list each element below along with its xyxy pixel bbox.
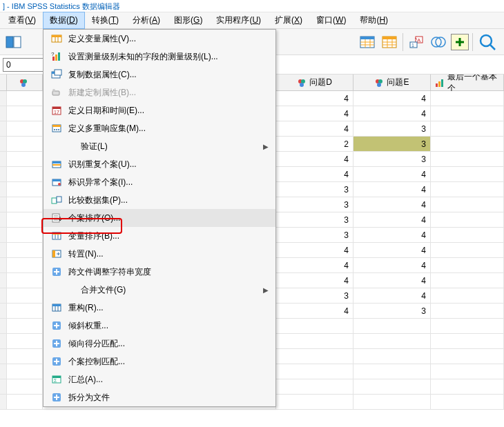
cell[interactable] [7, 243, 43, 257]
cell-f[interactable] [431, 212, 504, 227]
header-col-f[interactable]: 最后一个基本个 [431, 75, 504, 90]
cell-e[interactable]: 3 [353, 137, 431, 151]
row-number[interactable] [0, 334, 7, 348]
row-number[interactable] [0, 91, 7, 106]
row-number[interactable] [0, 258, 7, 272]
cell[interactable] [7, 197, 43, 212]
row-number[interactable] [0, 304, 7, 318]
cell-e[interactable]: 4 [353, 243, 431, 257]
cell-d[interactable]: 3 [276, 197, 353, 212]
cell[interactable] [7, 152, 43, 166]
cell[interactable] [7, 121, 43, 136]
row-number[interactable] [0, 212, 7, 227]
menu-帮助[interactable]: 帮助(H) [353, 12, 395, 29]
cell-f[interactable] [431, 395, 504, 409]
menu-查看[interactable]: 查看(V) [1, 12, 43, 29]
cell-d[interactable]: 4 [276, 243, 353, 257]
rake-weights[interactable]: 倾斜权重... [43, 317, 275, 335]
cell[interactable] [7, 106, 43, 121]
cell-f[interactable] [431, 121, 504, 136]
cell[interactable] [7, 379, 43, 394]
define-multiple-response[interactable]: 定义多重响应集(M)... [43, 119, 275, 137]
sort-variables[interactable]: 变量排序(B)... [43, 227, 275, 245]
row-number[interactable] [0, 349, 7, 364]
restructure[interactable]: 重构(R)... [43, 299, 275, 317]
row-number[interactable] [0, 379, 7, 394]
cell-f[interactable] [431, 91, 504, 106]
row-number[interactable] [0, 137, 7, 151]
cell-f[interactable] [431, 304, 504, 318]
header-col-blank[interactable] [7, 75, 43, 90]
cell[interactable] [7, 273, 43, 288]
cell[interactable] [7, 228, 43, 242]
cell[interactable] [7, 334, 43, 348]
menu-扩展[interactable]: 扩展(X) [268, 12, 309, 29]
validation-submenu[interactable]: 验证(L)▶ [43, 137, 275, 155]
cell-d[interactable]: 4 [276, 106, 353, 121]
cell-e[interactable] [353, 395, 431, 409]
toolbar-icon-1[interactable] [4, 32, 23, 52]
cell-e[interactable] [353, 379, 431, 394]
toolbar-grid-icon-1[interactable] [358, 32, 377, 52]
toolbar-plus-icon[interactable] [451, 34, 469, 50]
cell-e[interactable]: 4 [353, 182, 431, 197]
cell-d[interactable] [276, 349, 353, 364]
menu-数据[interactable]: 数据(D) [43, 12, 85, 29]
cell-f[interactable] [431, 334, 504, 348]
menu-转换[interactable]: 转换(T) [85, 12, 126, 29]
row-number[interactable] [0, 243, 7, 257]
cell[interactable] [7, 212, 43, 227]
sort-cases[interactable]: 个案排序(O)... [43, 209, 275, 227]
cell[interactable] [7, 91, 43, 106]
identify-duplicate-cases[interactable]: 识别重复个案(U)... [43, 155, 275, 173]
cell-e[interactable] [353, 364, 431, 379]
cell-f[interactable] [431, 182, 504, 197]
cell-e[interactable]: 3 [353, 304, 431, 318]
row-number[interactable] [0, 182, 7, 197]
cell-d[interactable] [276, 364, 353, 379]
header-col-d[interactable]: 问题D [276, 75, 353, 90]
row-number[interactable] [0, 152, 7, 166]
menu-图形[interactable]: 图形(G) [167, 12, 209, 29]
cell-e[interactable]: 3 [353, 121, 431, 136]
cell-e[interactable]: 4 [353, 258, 431, 272]
split-into-files[interactable]: 拆分为文件 [43, 388, 275, 406]
cell-e[interactable]: 4 [353, 106, 431, 121]
header-rownum[interactable] [0, 75, 7, 90]
cell-e[interactable] [353, 319, 431, 333]
cell-d[interactable]: 4 [276, 273, 353, 288]
aggregate[interactable]: Σ汇总(A)... [43, 370, 275, 388]
cell-d[interactable]: 4 [276, 121, 353, 136]
cell-f[interactable] [431, 167, 504, 181]
cell[interactable] [7, 319, 43, 333]
propensity-score-matching[interactable]: 倾向得分匹配... [43, 335, 275, 352]
cell[interactable] [7, 258, 43, 272]
merge-files-submenu[interactable]: 合并文件(G)▶ [43, 281, 275, 299]
cell-d[interactable]: 3 [276, 212, 353, 227]
cell-d[interactable]: 4 [276, 258, 353, 272]
cell-d[interactable] [276, 379, 353, 394]
copy-data-properties[interactable]: 复制数据属性(C)... [43, 66, 275, 83]
cell-d[interactable] [276, 334, 353, 348]
cell[interactable] [7, 364, 43, 379]
cell[interactable] [7, 182, 43, 197]
row-number[interactable] [0, 273, 7, 288]
cell-f[interactable] [431, 349, 504, 364]
cell-e[interactable]: 4 [353, 197, 431, 212]
cell[interactable] [7, 395, 43, 409]
row-number[interactable] [0, 319, 7, 333]
cell-f[interactable] [431, 319, 504, 333]
header-col-e[interactable]: 问题E [353, 75, 431, 90]
cell[interactable] [7, 349, 43, 364]
cell-d[interactable]: 4 [276, 152, 353, 166]
row-number[interactable] [0, 106, 7, 121]
cell-e[interactable]: 4 [353, 228, 431, 242]
row-number[interactable] [0, 228, 7, 242]
cell-e[interactable] [353, 334, 431, 348]
cell[interactable] [7, 167, 43, 181]
cell-e[interactable]: 4 [353, 212, 431, 227]
cell-d[interactable]: 3 [276, 228, 353, 242]
cell-e[interactable]: 4 [353, 91, 431, 106]
case-control-matching[interactable]: 个案控制匹配... [43, 352, 275, 370]
row-number[interactable] [0, 121, 7, 136]
